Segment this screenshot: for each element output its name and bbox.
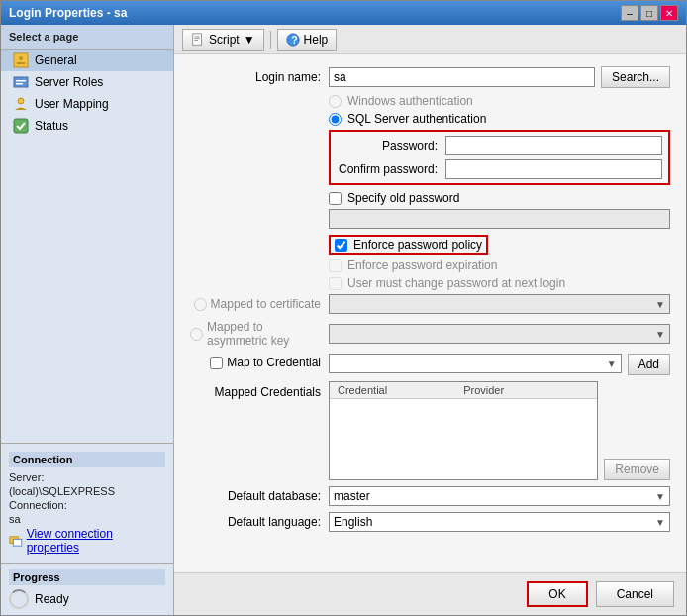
progress-row: Ready — [9, 589, 165, 609]
enforce-password-policy-checkbox[interactable] — [335, 239, 347, 252]
asymmetric-radio-container: Mapped to asymmetric key — [190, 320, 329, 348]
sidebar-bottom: Connection Server: (local)\SQLEXPRESS Co… — [1, 443, 173, 615]
sql-auth-radio[interactable] — [329, 113, 342, 126]
server-value: (local)\SQLEXPRESS — [9, 485, 165, 497]
mapped-certificate-radio[interactable] — [194, 298, 207, 311]
credentials-header: Credential Provider — [330, 382, 597, 399]
connection-value: sa — [9, 513, 165, 525]
login-name-input[interactable] — [329, 67, 595, 87]
password-row: Password: — [337, 136, 662, 155]
progress-spinner — [9, 589, 29, 609]
script-dropdown-arrow: ▼ — [244, 33, 255, 47]
select-page-section: Select a page — [1, 25, 173, 50]
enforce-password-expiration-checkbox[interactable] — [329, 259, 342, 272]
search-button[interactable]: Search... — [601, 66, 670, 88]
sidebar-label-general: General — [35, 53, 77, 67]
title-bar-controls: – □ ✕ — [621, 5, 678, 21]
svg-rect-5 — [16, 83, 23, 85]
user-must-change-checkbox[interactable] — [329, 277, 342, 290]
toolbar-separator — [270, 31, 271, 49]
script-icon — [191, 33, 205, 47]
svg-rect-4 — [16, 80, 26, 82]
default-database-label: Default database: — [190, 489, 329, 503]
form-area: Login name: Search... Windows authentica… — [174, 54, 686, 572]
bottom-bar: OK Cancel — [174, 572, 686, 615]
password-input[interactable] — [445, 136, 662, 155]
enforce-password-expiration-label: Enforce password expiration — [347, 258, 497, 272]
ready-label: Ready — [35, 592, 69, 606]
database-dropdown-arrow: ▼ — [655, 491, 665, 502]
sidebar-label-server-roles: Server Roles — [35, 75, 103, 89]
help-button[interactable]: ? Help — [277, 29, 338, 51]
asymmetric-dropdown[interactable]: ▼ — [329, 324, 670, 344]
maximize-button[interactable]: □ — [640, 5, 658, 21]
sidebar: Select a page General Server Roles — [1, 25, 174, 615]
link-icon — [9, 534, 23, 548]
ok-button[interactable]: OK — [527, 581, 587, 607]
svg-rect-3 — [14, 77, 28, 87]
mapped-asymmetric-radio[interactable] — [190, 328, 203, 341]
certificate-dropdown[interactable]: ▼ — [329, 294, 670, 314]
credential-dropdown[interactable]: ▼ — [329, 354, 622, 373]
content-area: Script ▼ ? Help Login name: — [174, 25, 686, 615]
svg-rect-12 — [195, 38, 200, 39]
windows-auth-label: Windows authentication — [347, 94, 473, 108]
script-label: Script — [209, 33, 240, 47]
add-button[interactable]: Add — [628, 354, 670, 375]
sidebar-label-user-mapping: User Mapping — [35, 97, 109, 111]
mapped-asymmetric-label: Mapped to asymmetric key — [207, 320, 321, 348]
enforce-password-expiration-row: Enforce password expiration — [329, 258, 670, 272]
user-must-change-label: User must change password at next login — [347, 276, 565, 290]
title-bar: Login Properties - sa – □ ✕ — [1, 1, 686, 25]
svg-rect-2 — [17, 62, 25, 64]
script-button[interactable]: Script ▼ — [182, 29, 264, 51]
password-highlight-box: Password: Confirm password: — [329, 130, 670, 185]
map-credential-checkbox[interactable] — [210, 357, 223, 369]
credential-col: Credential — [338, 384, 463, 396]
svg-point-6 — [18, 98, 24, 104]
server-roles-icon — [13, 74, 29, 90]
view-connection-link[interactable]: View connection properties — [9, 527, 165, 555]
confirm-password-input[interactable] — [445, 159, 662, 179]
mapped-credentials-row: Mapped Credentials Credential Provider R… — [190, 381, 670, 480]
svg-rect-9 — [13, 539, 22, 546]
help-label: Help — [304, 33, 329, 47]
sidebar-item-server-roles[interactable]: Server Roles — [1, 71, 173, 93]
map-credential-row: Map to Credential ▼ Add — [190, 354, 670, 375]
specify-old-password-row: Specify old password — [329, 191, 670, 205]
svg-rect-11 — [195, 36, 200, 37]
default-database-dropdown[interactable]: master ▼ — [329, 486, 670, 506]
toolbar: Script ▼ ? Help — [174, 25, 686, 54]
default-language-dropdown[interactable]: English ▼ — [329, 512, 670, 532]
mapped-credentials-label: Mapped Credentials — [190, 381, 329, 399]
default-language-value: English — [334, 515, 372, 529]
remove-button[interactable]: Remove — [604, 459, 670, 480]
credentials-table: Credential Provider — [329, 381, 598, 480]
minimize-button[interactable]: – — [621, 5, 638, 21]
progress-header: Progress — [9, 569, 165, 585]
login-name-label: Login name: — [190, 70, 329, 84]
sidebar-item-user-mapping[interactable]: User Mapping — [1, 93, 173, 115]
specify-old-password-checkbox[interactable] — [329, 192, 342, 205]
windows-auth-radio[interactable] — [329, 95, 342, 108]
svg-rect-13 — [195, 40, 199, 41]
help-icon: ? — [286, 33, 300, 47]
enforce-password-policy-row: Enforce password policy — [329, 235, 670, 255]
old-password-row — [329, 209, 670, 229]
default-database-value: master — [334, 489, 370, 503]
confirm-password-label: Confirm password: — [337, 162, 445, 176]
close-button[interactable]: ✕ — [660, 5, 678, 21]
cancel-button[interactable]: Cancel — [596, 581, 674, 607]
sidebar-item-status[interactable]: Status — [1, 115, 173, 137]
svg-text:?: ? — [291, 33, 297, 45]
specify-old-password-label: Specify old password — [347, 191, 459, 205]
sidebar-item-general[interactable]: General — [1, 50, 173, 71]
credential-dropdown-arrow: ▼ — [607, 359, 617, 369]
default-database-row: Default database: master ▼ — [190, 486, 670, 506]
windows-auth-row: Windows authentication — [329, 94, 670, 108]
connection-header: Connection — [9, 452, 165, 467]
server-label: Server: — [9, 471, 165, 483]
asymmetric-dropdown-arrow: ▼ — [655, 329, 665, 340]
progress-section: Progress Ready — [1, 563, 173, 615]
default-language-row: Default language: English ▼ — [190, 512, 670, 532]
